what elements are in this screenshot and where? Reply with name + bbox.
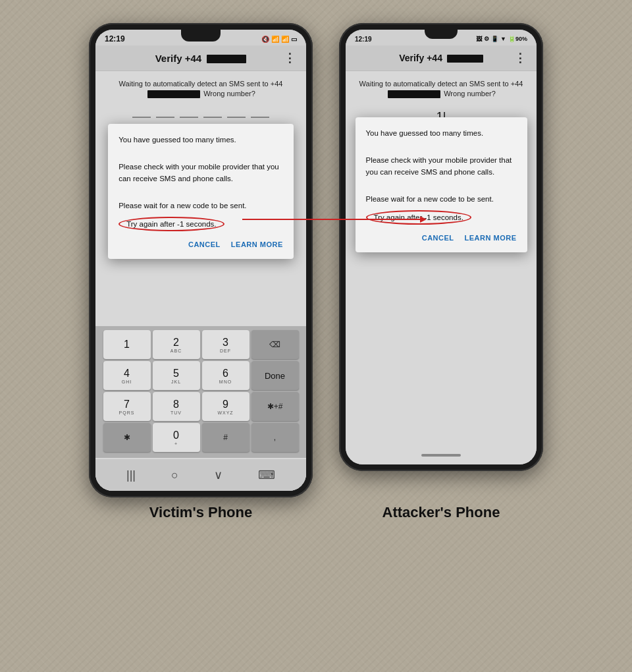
victim-notch — [181, 30, 221, 42]
victim-icon-wifi: 📶 — [271, 36, 279, 43]
attacker-dialog-line3: Please wait for a new code to be sent. — [366, 194, 517, 205]
victim-keyboard-row-4: ✱ 0+ # , — [98, 423, 303, 452]
attacker-icon-photo: 🖼 — [476, 36, 482, 42]
victim-dialog-line1: You have guessed too many times. — [118, 134, 283, 146]
connecting-arrow — [242, 210, 427, 229]
key-9[interactable]: 9WXYZ — [202, 392, 250, 421]
key-7[interactable]: 7PQRS — [103, 392, 151, 421]
attacker-dialog-line1: You have guessed too many times. — [366, 128, 517, 139]
victim-number-redacted — [147, 90, 200, 98]
attacker-number-redacted — [388, 90, 440, 98]
code-dash-6 — [251, 117, 269, 118]
victim-time: 12:19 — [105, 34, 125, 43]
victim-keyboard[interactable]: 1 2ABC 3DEF ⌫ 4GHI 5JKL 6MNO Done 7P — [95, 326, 306, 458]
code-dash-4 — [203, 117, 222, 118]
svg-marker-1 — [420, 216, 427, 223]
key-2[interactable]: 2ABC — [153, 330, 200, 359]
attacker-verify-text: Waiting to automatically detect an SMS s… — [355, 79, 527, 99]
attacker-icon-wifi: ▼ — [500, 36, 506, 42]
attacker-app-body: Waiting to automatically detect an SMS s… — [346, 71, 537, 464]
victim-keyboard-row-3: 7PQRS 8TUV 9WXYZ ✱+# — [98, 392, 303, 421]
attacker-more-icon[interactable]: ⋮ — [514, 51, 527, 65]
key-star[interactable]: ✱ — [103, 423, 151, 452]
phone-labels-row: Victim's Phone Attacker's Phone — [20, 504, 612, 521]
victim-app-body: Waiting to automatically detect an SMS s… — [95, 71, 306, 491]
key-backspace[interactable]: ⌫ — [251, 330, 299, 359]
key-3[interactable]: 3DEF — [202, 330, 250, 359]
victim-dialog-line2: Please check with your mobile provider t… — [118, 161, 283, 184]
attacker-dialog-line2: Please check with your mobile provider t… — [366, 155, 517, 178]
key-comma[interactable]: , — [251, 423, 299, 452]
victim-app-title: Verify +44 — [118, 53, 284, 64]
victim-icon-battery: ▭ — [291, 36, 297, 43]
key-done[interactable]: Done — [251, 361, 299, 390]
code-dash-2 — [156, 117, 174, 118]
attacker-icon-battery: 🔋90% — [508, 36, 527, 42]
victim-code-input[interactable] — [132, 111, 269, 118]
victim-cancel-button[interactable]: CANCEL — [188, 240, 221, 248]
victim-dialog-highlight: Try again after -1 seconds. — [118, 217, 224, 231]
code-dash-3 — [180, 117, 198, 118]
attacker-icon-vibrate: 📳 — [491, 36, 498, 42]
victim-icon-silent: 🔇 — [261, 36, 269, 43]
nav-back-icon[interactable]: ||| — [126, 468, 136, 482]
nav-keyboard-icon[interactable]: ⌨ — [258, 468, 275, 482]
victim-verify-text: Waiting to automatically detect an SMS s… — [105, 79, 297, 99]
victim-phone-redacted — [207, 55, 246, 63]
victim-label: Victim's Phone — [149, 504, 252, 520]
victim-keyboard-row-1: 1 2ABC 3DEF ⌫ — [98, 330, 303, 359]
code-dash-5 — [227, 117, 246, 118]
victim-screen: 12:19 🔇 📶 📶 ▭ Verify +44 ⋮ — [95, 30, 306, 491]
victim-phone-frame: 12:19 🔇 📶 📶 ▭ Verify +44 ⋮ — [89, 23, 313, 497]
nav-recent-icon[interactable]: ∨ — [214, 468, 223, 482]
key-hash[interactable]: # — [202, 423, 250, 452]
key-6[interactable]: 6MNO — [202, 361, 250, 390]
attacker-phone-redacted — [447, 55, 483, 63]
attacker-phone-frame: 12:19 🖼 ⚙ 📳 ▼ 🔋90% Verify +44 — [339, 23, 543, 471]
attacker-screen: 12:19 🖼 ⚙ 📳 ▼ 🔋90% Verify +44 — [346, 30, 537, 464]
attacker-cancel-button[interactable]: CANCEL — [422, 234, 454, 242]
attacker-icon-gear: ⚙ — [484, 36, 489, 42]
key-5[interactable]: 5JKL — [153, 361, 200, 390]
victim-dialog-buttons: CANCEL LEARN MORE — [118, 240, 283, 248]
victim-nav-bar: ||| ○ ∨ ⌨ — [95, 459, 306, 491]
attacker-home-indicator — [421, 454, 461, 457]
attacker-time: 12:19 — [355, 36, 372, 43]
victim-keyboard-row-2: 4GHI 5JKL 6MNO Done — [98, 361, 303, 390]
attacker-learn-more-button[interactable]: LEARN MORE — [465, 234, 517, 242]
attacker-app-header: Verify +44 ⋮ — [346, 45, 537, 71]
attacker-label: Attacker's Phone — [382, 504, 500, 520]
victim-icon-signal: 📶 — [281, 36, 289, 43]
attacker-notch — [425, 30, 458, 39]
attacker-app-title: Verify +44 — [368, 53, 514, 63]
key-1[interactable]: 1 — [103, 330, 151, 359]
nav-home-icon[interactable]: ○ — [171, 468, 178, 482]
key-0[interactable]: 0+ — [153, 423, 200, 452]
victim-more-icon[interactable]: ⋮ — [284, 51, 297, 65]
key-8[interactable]: 8TUV — [153, 392, 200, 421]
victim-status-icons: 🔇 📶 📶 ▭ — [261, 36, 297, 43]
attacker-status-icons: 🖼 ⚙ 📳 ▼ 🔋90% — [476, 36, 527, 42]
code-dash-1 — [132, 117, 151, 118]
victim-app-header: Verify +44 ⋮ — [95, 45, 306, 71]
attacker-dialog-buttons: CANCEL LEARN MORE — [366, 234, 517, 242]
key-4[interactable]: 4GHI — [103, 361, 151, 390]
victim-dialog: You have guessed too many times. Please … — [108, 124, 294, 259]
key-symbols[interactable]: ✱+# — [251, 392, 299, 421]
victim-learn-more-button[interactable]: LEARN MORE — [231, 240, 283, 248]
attacker-dialog: You have guessed too many times. Please … — [356, 117, 527, 252]
